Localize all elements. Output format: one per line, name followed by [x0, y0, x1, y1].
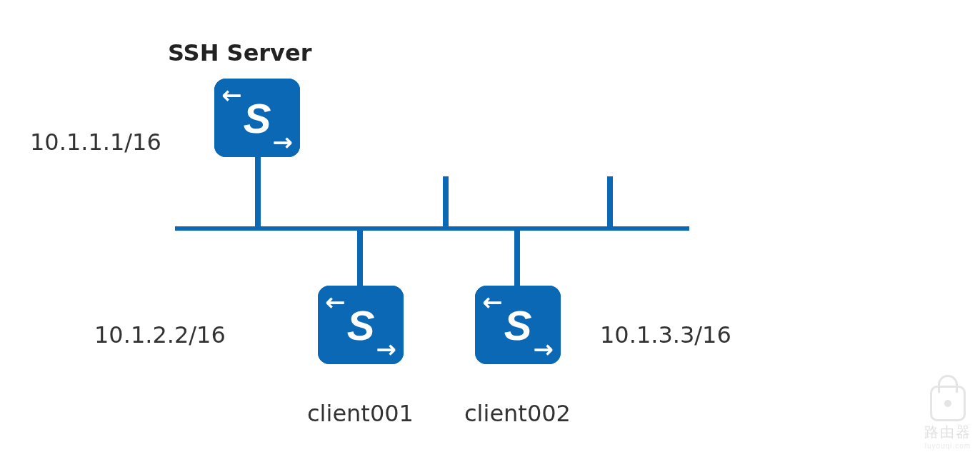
server-title-label: SSH Server — [168, 39, 311, 66]
link-bus-to-client001 — [357, 228, 363, 286]
arrow-right-icon: → — [534, 337, 554, 361]
link-bus-to-client002 — [514, 228, 520, 286]
server-ip-label: 10.1.1.1/16 — [30, 129, 161, 156]
switch-icon-client001: ← S → — [318, 286, 404, 364]
switch-glyph: S — [244, 94, 271, 142]
bus-stub-1 — [443, 176, 449, 230]
switch-icon-client002: ← S → — [475, 286, 561, 364]
watermark-text-1: 路由器 — [924, 423, 971, 442]
client001-ip-label: 10.1.2.2/16 — [94, 321, 226, 348]
link-server-to-bus — [255, 157, 261, 228]
arrow-left-icon: ← — [482, 290, 503, 314]
watermark: 路由器 luyouqi.com — [924, 386, 971, 450]
arrow-right-icon: → — [376, 337, 397, 361]
client001-name-label: client001 — [307, 400, 414, 427]
switch-glyph: S — [347, 301, 375, 349]
arrow-left-icon: ← — [325, 290, 346, 314]
arrow-left-icon: ← — [221, 83, 242, 107]
client002-name-label: client002 — [464, 400, 571, 427]
diagram-canvas: SSH Server 10.1.1.1/16 ← S → 10.1.2.2/16… — [0, 0, 980, 457]
lock-icon — [930, 386, 966, 421]
bus-stub-2 — [607, 176, 613, 230]
arrow-right-icon: → — [273, 130, 294, 154]
watermark-text-2: luyouqi.com — [924, 442, 971, 450]
client002-ip-label: 10.1.3.3/16 — [600, 321, 731, 348]
switch-glyph: S — [504, 301, 532, 349]
switch-icon-server: ← S → — [214, 79, 300, 157]
